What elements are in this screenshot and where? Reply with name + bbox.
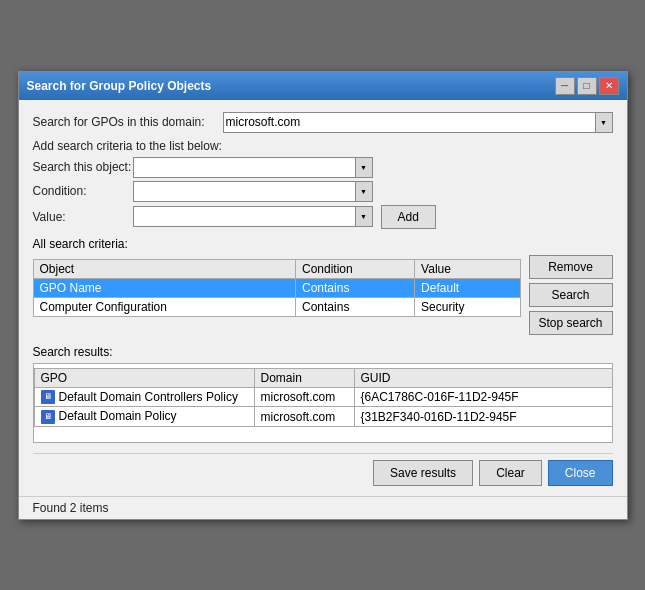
- save-results-button[interactable]: Save results: [373, 460, 473, 486]
- criteria-object-cell: Computer Configuration: [33, 297, 296, 316]
- criteria-area: Object Condition Value GPO Name Contains…: [33, 255, 613, 335]
- title-bar-buttons: ─ □ ✕: [555, 77, 619, 95]
- condition-label: Condition:: [33, 184, 133, 198]
- domain-input[interactable]: [223, 112, 596, 133]
- table-row[interactable]: 🖥Default Domain Controllers Policy micro…: [34, 387, 612, 407]
- window-title: Search for Group Policy Objects: [27, 79, 212, 93]
- domain-combo[interactable]: ▼: [223, 112, 613, 133]
- value-input[interactable]: [133, 206, 356, 227]
- search-results-label: Search results:: [33, 345, 613, 359]
- close-window-button[interactable]: ✕: [599, 77, 619, 95]
- results-inner[interactable]: GPO Domain GUID 🖥Default Domain Controll…: [34, 364, 612, 442]
- criteria-col-condition: Condition: [296, 259, 415, 278]
- table-row[interactable]: GPO Name Contains Default: [33, 278, 520, 297]
- gpo-icon: 🖥: [41, 390, 55, 404]
- value-combo[interactable]: ▼: [133, 206, 373, 227]
- search-button[interactable]: Search: [529, 283, 613, 307]
- search-object-row: Search this object: ▼: [33, 157, 613, 178]
- main-window: Search for Group Policy Objects ─ □ ✕ Se…: [18, 71, 628, 520]
- criteria-table-wrap: Object Condition Value GPO Name Contains…: [33, 255, 521, 317]
- search-object-input[interactable]: [133, 157, 356, 178]
- condition-arrow[interactable]: ▼: [356, 181, 373, 202]
- criteria-condition-cell: Contains: [296, 278, 415, 297]
- results-container: GPO Domain GUID 🖥Default Domain Controll…: [33, 363, 613, 443]
- minimize-button[interactable]: ─: [555, 77, 575, 95]
- domain-dropdown-arrow[interactable]: ▼: [596, 112, 613, 133]
- table-row[interactable]: Computer Configuration Contains Security: [33, 297, 520, 316]
- clear-button[interactable]: Clear: [479, 460, 542, 486]
- gpo-icon: 🖥: [41, 410, 55, 424]
- search-object-label: Search this object:: [33, 160, 133, 174]
- criteria-col-object: Object: [33, 259, 296, 278]
- domain-row: Search for GPOs in this domain: ▼: [33, 112, 613, 133]
- bottom-buttons: Save results Clear Close: [33, 453, 613, 486]
- condition-row: Condition: ▼: [33, 181, 613, 202]
- stop-search-button[interactable]: Stop search: [529, 311, 613, 335]
- criteria-col-value: Value: [415, 259, 520, 278]
- criteria-table: Object Condition Value GPO Name Contains…: [33, 259, 521, 317]
- search-object-arrow[interactable]: ▼: [356, 157, 373, 178]
- result-guid-cell: {31B2F340-016D-11D2-945F: [354, 407, 612, 427]
- condition-combo[interactable]: ▼: [133, 181, 373, 202]
- title-bar: Search for Group Policy Objects ─ □ ✕: [19, 72, 627, 100]
- results-table: GPO Domain GUID 🖥Default Domain Controll…: [34, 368, 612, 428]
- result-domain-cell: microsoft.com: [254, 387, 354, 407]
- results-col-domain: Domain: [254, 368, 354, 387]
- value-row: Value: ▼ Add: [33, 205, 613, 229]
- result-gpo-cell: 🖥Default Domain Policy: [34, 407, 254, 427]
- close-button[interactable]: Close: [548, 460, 613, 486]
- search-object-combo[interactable]: ▼: [133, 157, 373, 178]
- all-criteria-label: All search criteria:: [33, 237, 613, 251]
- criteria-object-cell: GPO Name: [33, 278, 296, 297]
- add-criteria-label: Add search criteria to the list below:: [33, 139, 613, 153]
- status-text: Found 2 items: [33, 501, 109, 515]
- remove-button[interactable]: Remove: [529, 255, 613, 279]
- results-col-guid: GUID: [354, 368, 612, 387]
- maximize-button[interactable]: □: [577, 77, 597, 95]
- domain-label: Search for GPOs in this domain:: [33, 115, 223, 129]
- table-row[interactable]: 🖥Default Domain Policy microsoft.com {31…: [34, 407, 612, 427]
- criteria-value-cell: Default: [415, 278, 520, 297]
- content-area: Search for GPOs in this domain: ▼ Add se…: [19, 100, 627, 496]
- side-buttons: Remove Search Stop search: [529, 255, 613, 335]
- condition-input[interactable]: [133, 181, 356, 202]
- criteria-condition-cell: Contains: [296, 297, 415, 316]
- result-gpo-cell: 🖥Default Domain Controllers Policy: [34, 387, 254, 407]
- result-domain-cell: microsoft.com: [254, 407, 354, 427]
- result-guid-cell: {6AC1786C-016F-11D2-945F: [354, 387, 612, 407]
- value-arrow[interactable]: ▼: [356, 206, 373, 227]
- results-col-gpo: GPO: [34, 368, 254, 387]
- value-label: Value:: [33, 210, 133, 224]
- criteria-value-cell: Security: [415, 297, 520, 316]
- add-button[interactable]: Add: [381, 205, 436, 229]
- status-bar: Found 2 items: [19, 496, 627, 519]
